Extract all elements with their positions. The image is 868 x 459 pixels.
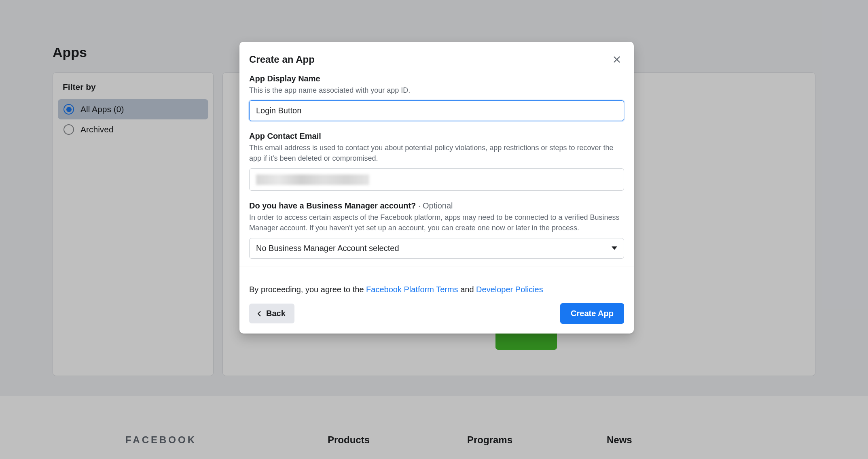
chevron-left-icon	[256, 310, 263, 317]
create-app-modal: Create an App App Display Name This is t…	[239, 42, 634, 334]
field-label: App Contact Email	[249, 132, 624, 141]
field-desc: This is the app name associated with you…	[249, 85, 624, 96]
back-button-label: Back	[266, 309, 286, 318]
select-value: No Business Manager Account selected	[256, 244, 399, 253]
close-icon	[612, 55, 621, 64]
button-row: Back Create App	[249, 303, 624, 324]
field-business-manager: Do you have a Business Manager account? …	[249, 201, 624, 259]
display-name-input[interactable]	[249, 100, 624, 121]
field-desc: In order to access certain aspects of th…	[249, 212, 624, 233]
field-label: App Display Name	[249, 74, 624, 83]
caret-down-icon	[612, 244, 617, 253]
field-desc: This email address is used to contact yo…	[249, 142, 624, 164]
modal-header: Create an App	[239, 42, 634, 74]
divider	[239, 266, 634, 266]
platform-terms-link[interactable]: Facebook Platform Terms	[366, 285, 458, 294]
business-manager-select[interactable]: No Business Manager Account selected	[249, 238, 624, 259]
svg-marker-2	[612, 246, 617, 250]
modal-title: Create an App	[249, 54, 315, 65]
close-button[interactable]	[610, 52, 624, 67]
developer-policies-link[interactable]: Developer Policies	[476, 285, 543, 294]
modal-footer: By proceeding, you agree to the Facebook…	[239, 276, 634, 334]
contact-email-input[interactable]	[249, 168, 624, 191]
optional-tag: · Optional	[416, 201, 453, 210]
field-label: Do you have a Business Manager account? …	[249, 201, 624, 210]
back-button[interactable]: Back	[249, 304, 294, 323]
create-app-button[interactable]: Create App	[560, 303, 624, 324]
field-display-name: App Display Name This is the app name as…	[249, 74, 624, 121]
redacted-email	[256, 174, 369, 185]
field-contact-email: App Contact Email This email address is …	[249, 132, 624, 191]
modal-body: App Display Name This is the app name as…	[239, 74, 634, 276]
terms-text: By proceeding, you agree to the Facebook…	[249, 285, 624, 294]
